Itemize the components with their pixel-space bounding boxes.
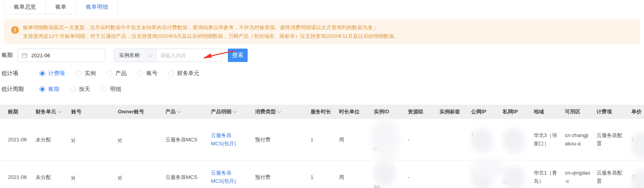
- header-resource-group: 资源组: [408, 108, 439, 115]
- radio-label: 实例: [85, 70, 96, 77]
- cell-account: yj: [71, 173, 118, 181]
- header-region: 地域: [534, 108, 565, 115]
- redacted-fragment: · ·: [471, 139, 497, 149]
- radio-stat-item-1[interactable]: 实例: [76, 70, 96, 77]
- filter-caret-icon[interactable]: [177, 109, 181, 113]
- cell-owner-account: yj: [118, 173, 165, 181]
- filter-caret-icon[interactable]: [58, 109, 62, 113]
- cell-resource-group: -: [408, 135, 439, 144]
- cell-billing-item: 云服务器配置: [597, 131, 631, 148]
- radio-unchecked-icon[interactable]: [138, 71, 143, 76]
- filter-caret-icon[interactable]: [277, 109, 281, 113]
- header-instance-id: 实例ID: [374, 108, 408, 115]
- tab-bill-overview[interactable]: 账单总览: [4, 0, 46, 14]
- cell-region: 华北1（青岛）: [534, 169, 565, 185]
- header-owner-account: Owner账号: [118, 108, 165, 115]
- header-unit-price: 单价: [631, 108, 644, 115]
- cell-service-duration: 1: [311, 135, 339, 144]
- search-group: 实例名称: [114, 49, 222, 62]
- billing-detail-table: 账期财务单元账号Owner账号产品产品明细消费类型服务时长时长单位实例ID资源组…: [0, 105, 644, 188]
- radio-stat-item-2[interactable]: 产品: [107, 70, 127, 77]
- notice-line-2: 支持查询近12个月账单明细，对于云通信产品，仅支持查询2020年6月及以后的明细…: [23, 32, 399, 41]
- header-product-detail[interactable]: 产品明细: [211, 108, 255, 115]
- stat-cycle-options: 账期按天明细: [40, 86, 121, 93]
- cell-zone: cn-zhangjiakou-a: [565, 131, 597, 148]
- search-field-value: 实例名称: [119, 52, 140, 59]
- cell-consume-type: 预付费: [255, 173, 311, 181]
- stat-item-label: 统计项: [2, 70, 40, 77]
- radio-checked-icon[interactable]: [40, 86, 45, 92]
- redacted-fragment: · · .6.: [503, 130, 528, 139]
- header-instance-tag: 实例标签: [439, 108, 471, 115]
- redacted-fragment: ·: [503, 139, 528, 149]
- header-duration-unit: 时长单位: [339, 108, 374, 115]
- header-service-duration: 服务时长: [311, 108, 339, 115]
- cell-unit-price: 1 ·—: [631, 135, 644, 144]
- filter-bar: 账期 实例名称 搜索: [2, 49, 644, 62]
- radio-unchecked-icon[interactable]: [107, 71, 112, 76]
- header-product[interactable]: 产品: [165, 108, 211, 115]
- period-date-picker[interactable]: [17, 49, 105, 62]
- header-account: 账号: [71, 108, 118, 115]
- cell-account: yj: [71, 135, 118, 144]
- cell-unit-price: 15 —: [631, 172, 644, 182]
- header-finance-unit[interactable]: 财务单元: [36, 108, 71, 115]
- cell-private-ip: · · .6. ·: [503, 130, 534, 149]
- radio-label: 财务单元: [177, 70, 199, 77]
- radio-checked-icon[interactable]: [40, 71, 45, 76]
- radio-unchecked-icon[interactable]: [76, 71, 81, 76]
- cell-billing-item: 云服务器配置: [597, 169, 631, 185]
- cell-finance-unit: 未分配: [36, 173, 71, 181]
- cell-product: 云服务器MCS: [165, 173, 211, 181]
- radio-stat-cycle-2[interactable]: 明细: [101, 86, 121, 93]
- header-consume-type[interactable]: 消费类型: [255, 108, 311, 115]
- cell-owner-account: yj: [118, 135, 165, 144]
- cell-private-ip: · · ·10: [503, 167, 534, 186]
- redacted-fragment: iuc ,: [374, 182, 402, 188]
- redacted-fragment: · · lf: [374, 125, 402, 135]
- table-body: 2021-06未分配yjyj云服务器MCS云服务器MCS(包月)预付费1周· ·…: [0, 119, 644, 188]
- table-row: 2021-06未分配yjyj云服务器MCS云服务器MCS(包月)预付费1周· ·…: [0, 160, 644, 188]
- tab-bill[interactable]: 账单: [46, 0, 76, 14]
- redacted-fragment: 1 · 1 /: [471, 130, 497, 139]
- redacted-fragment: · ·: [471, 167, 497, 177]
- tab-bill-detail[interactable]: 账单明细: [76, 0, 118, 14]
- calendar-icon: [22, 53, 27, 58]
- cell-period: 2021-06: [8, 173, 36, 181]
- redacted-fragment: .l w: [374, 135, 402, 144]
- redacted-fragment: 8lf .: [374, 144, 402, 154]
- radio-unchecked-icon[interactable]: [169, 71, 174, 76]
- filter-caret-icon[interactable]: [233, 109, 237, 113]
- period-input[interactable]: [30, 52, 91, 59]
- radio-stat-item-3[interactable]: 账号: [138, 70, 157, 77]
- radio-stat-item-4[interactable]: 财务单元: [169, 70, 199, 77]
- radio-label: 按天: [79, 86, 90, 93]
- notice-banner: ! 账单明细数据延迟一天更新。当月实时数据中不包含未结算的后付费数据，查询结果仅…: [4, 19, 640, 44]
- radio-unchecked-icon[interactable]: [101, 86, 107, 92]
- search-field-select[interactable]: 实例名称: [114, 49, 156, 62]
- cell-product-detail[interactable]: 云服务器MCS(包月): [211, 169, 255, 185]
- stat-item-options: 计费项实例产品账号财务单元: [40, 70, 199, 77]
- notice-line-1: 账单明细数据延迟一天更新。当月实时数据中不包含未结算的后付费数据，查询结果仅供参…: [23, 23, 399, 32]
- search-input[interactable]: [156, 49, 222, 62]
- stat-cycle-row: 统计周期 账期按天明细: [2, 86, 644, 93]
- chevron-down-icon: [148, 52, 153, 57]
- header-billing-item: 计费项: [597, 108, 631, 115]
- cell-finance-unit: 未分配: [36, 135, 71, 144]
- cell-service-duration: 1: [311, 173, 339, 181]
- radio-stat-cycle-1[interactable]: 按天: [70, 86, 90, 93]
- cell-product: 云服务器MCS: [165, 135, 211, 144]
- cell-duration-unit: 周: [339, 135, 374, 144]
- cell-instance-id: · · lj:· oiuc ,: [374, 163, 408, 188]
- radio-stat-item-0[interactable]: 计费项: [40, 70, 65, 77]
- radio-stat-cycle-0[interactable]: 账期: [40, 86, 59, 93]
- cell-product-detail[interactable]: 云服务器MCS(包月): [211, 131, 255, 148]
- radio-unchecked-icon[interactable]: [70, 86, 76, 92]
- header-private-ip: 私网IP: [503, 108, 534, 115]
- header-public-ip: 公网IP: [471, 108, 503, 115]
- cell-instance-id: · · lf.l w8lf .: [374, 125, 408, 154]
- radio-label: 明细: [110, 86, 121, 93]
- search-button[interactable]: 搜索: [228, 49, 248, 62]
- radio-label: 产品: [116, 70, 127, 77]
- cell-public-ip: 1 · 1 / · ·: [471, 130, 503, 149]
